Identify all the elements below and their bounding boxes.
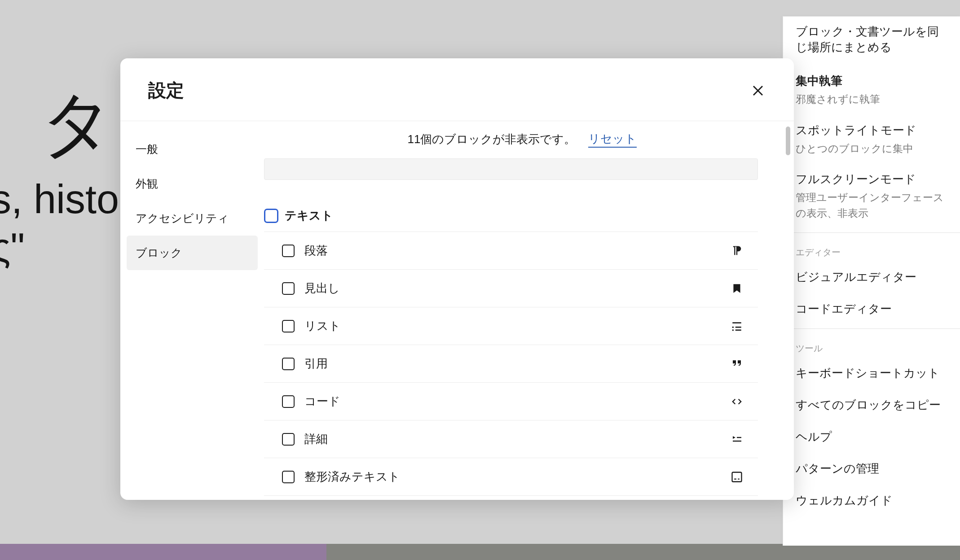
opt-spotlight-mode[interactable]: スポットライトモード ひとつのブロックに集中 <box>783 115 960 165</box>
section-label-editor: エディター <box>783 236 960 261</box>
opt-fullscreen-mode[interactable]: フルスクリーンモード 管理ユーザーインターフェースの表示、非表示 <box>783 164 960 229</box>
group-label: テキスト <box>285 208 333 223</box>
opt-copy-all-blocks[interactable]: すべてのブロックをコピー <box>783 389 960 421</box>
opt-help[interactable]: ヘルプ <box>783 421 960 453</box>
scrollbar-thumb[interactable] <box>786 127 790 155</box>
sidebar-item-accessibility[interactable]: アクセシビリティ <box>120 201 264 236</box>
opt-welcome-guide[interactable]: ウェルカムガイド <box>783 485 960 516</box>
opt-title: ブロック・文書ツールを同じ場所にまとめる <box>796 24 947 55</box>
sidebar-item-appearance[interactable]: 外観 <box>120 166 264 201</box>
sidebar-item-general[interactable]: 一般 <box>120 132 264 166</box>
modal-title: 設定 <box>148 78 184 103</box>
checkbox-icon[interactable] <box>282 282 295 295</box>
opt-title: フルスクリーンモード <box>796 171 947 187</box>
opt-top-toolbar[interactable]: ブロック・文書ツールを同じ場所にまとめる <box>783 17 960 66</box>
block-row-quote[interactable]: 引用 <box>264 345 758 383</box>
checkbox-icon[interactable] <box>282 433 295 446</box>
divider <box>783 232 960 233</box>
close-icon <box>751 84 765 97</box>
opt-visual-editor[interactable]: ビジュアルエディター <box>783 261 960 293</box>
status-text: 11個のブロックが非表示です。 <box>408 131 576 147</box>
opt-title: 集中執筆 <box>796 73 947 89</box>
opt-subtitle: 邪魔されずに執筆 <box>796 92 947 107</box>
svg-point-5 <box>732 329 734 330</box>
svg-rect-10 <box>732 472 742 481</box>
modal-main: 11個のブロックが非表示です。 リセット テキスト 段落 見出し <box>264 121 794 500</box>
opt-subtitle: ひとつのブロックに集中 <box>796 141 947 157</box>
checkbox-icon[interactable] <box>282 395 295 408</box>
block-label: コード <box>304 394 719 409</box>
scrollbar-track <box>786 127 790 494</box>
preformatted-icon <box>729 469 744 485</box>
paragraph-icon <box>729 243 744 258</box>
group-header-text[interactable]: テキスト <box>264 201 758 232</box>
opt-distraction-free[interactable]: 集中執筆 邪魔されずに執筆 <box>783 66 960 115</box>
block-label: 詳細 <box>304 431 719 447</box>
bookmark-icon <box>729 281 744 296</box>
sidebar-item-blocks[interactable]: ブロック <box>127 236 258 270</box>
quote-icon <box>729 356 744 372</box>
close-button[interactable] <box>749 82 767 100</box>
block-label: 段落 <box>304 243 719 258</box>
block-row-preformatted[interactable]: 整形済みテキスト <box>264 458 758 496</box>
modal-header: 設定 <box>120 58 794 121</box>
checkbox-icon[interactable] <box>282 320 295 332</box>
checkbox-icon[interactable] <box>282 471 295 483</box>
checkbox-indeterminate-icon[interactable] <box>264 209 278 223</box>
opt-keyboard-shortcuts[interactable]: キーボードショートカット <box>783 357 960 389</box>
code-icon <box>729 394 744 409</box>
opt-title: スポットライトモード <box>796 122 947 138</box>
opt-subtitle: 管理ユーザーインターフェースの表示、非表示 <box>796 190 947 221</box>
details-icon <box>729 432 744 447</box>
options-menu: ブロック・文書ツールを同じ場所にまとめる 集中執筆 邪魔されずに執筆 スポットラ… <box>783 16 960 546</box>
block-label: 整形済みテキスト <box>304 469 719 485</box>
svg-point-3 <box>732 326 734 328</box>
hidden-blocks-status: 11個のブロックが非表示です。 リセット <box>264 121 780 158</box>
reset-link[interactable]: リセット <box>588 131 637 148</box>
modal-body: 一般 外観 アクセシビリティ ブロック 11個のブロックが非表示です。 リセット… <box>120 121 794 500</box>
block-row-code[interactable]: コード <box>264 383 758 420</box>
block-row-heading[interactable]: 見出し <box>264 270 758 307</box>
checkbox-icon[interactable] <box>282 358 295 370</box>
block-label: 引用 <box>304 356 719 372</box>
opt-code-editor[interactable]: コードエディター <box>783 293 960 325</box>
block-row-details[interactable]: 詳細 <box>264 420 758 458</box>
divider <box>783 328 960 329</box>
collapsed-section-bar[interactable] <box>264 158 758 180</box>
block-row-paragraph[interactable]: 段落 <box>264 232 758 270</box>
section-label-tools: ツール <box>783 332 960 357</box>
svg-marker-7 <box>733 436 735 439</box>
checkbox-icon[interactable] <box>282 245 295 257</box>
block-label: リスト <box>304 318 719 334</box>
modal-sidebar: 一般 外観 アクセシビリティ ブロック <box>120 121 264 500</box>
block-label: 見出し <box>304 280 719 296</box>
preferences-modal: 設定 一般 外観 アクセシビリティ ブロック 11個のブロックが非表示です。 リ… <box>120 58 794 500</box>
opt-manage-patterns[interactable]: パターンの管理 <box>783 453 960 485</box>
list-icon <box>729 319 744 334</box>
block-row-list[interactable]: リスト <box>264 307 758 345</box>
